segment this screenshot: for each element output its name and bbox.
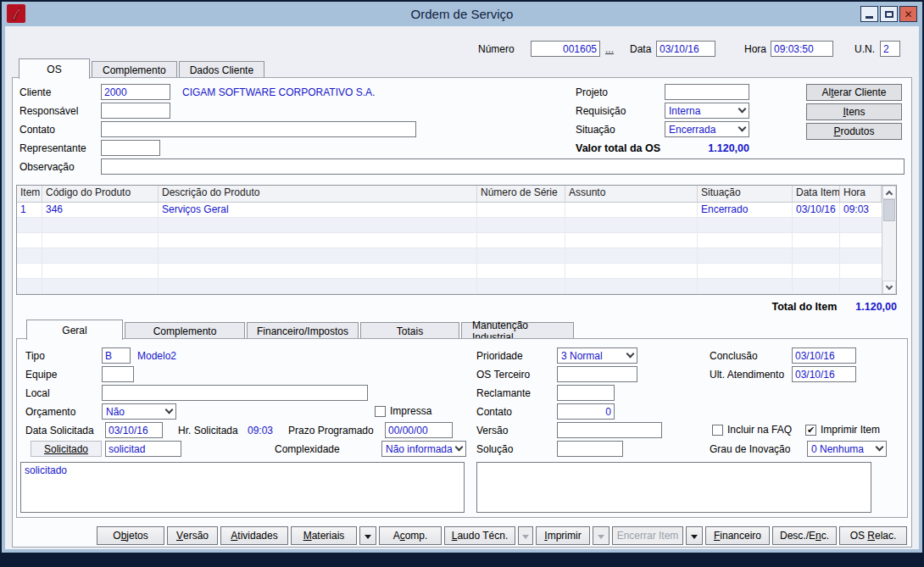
numero-input[interactable]	[531, 41, 600, 57]
os-terceiro-input[interactable]	[557, 366, 637, 382]
projeto-input[interactable]	[665, 84, 749, 100]
complexidade-select[interactable]: Não informada	[381, 441, 466, 457]
grau-inovacao-select[interactable]: 0 Nenhuma	[807, 441, 887, 457]
grid-header[interactable]: Assunto	[565, 186, 698, 202]
laudo-tecn-button[interactable]: Laudo Técn.	[444, 526, 515, 545]
table-row[interactable]	[17, 264, 882, 279]
produtos-button[interactable]: Produtos	[806, 123, 902, 140]
local-input[interactable]	[102, 385, 368, 401]
scroll-up-button[interactable]	[882, 186, 896, 199]
window-title: Ordem de Serviço	[2, 7, 922, 21]
chevron-down-icon	[876, 443, 884, 452]
numero-lookup-button[interactable]: ...	[605, 43, 614, 55]
itens-button[interactable]: Itens	[806, 103, 902, 120]
tab-dados-cliente[interactable]: Dados Cliente	[179, 61, 264, 78]
tab-manutencao-industrial[interactable]: Manutenção Industrial	[461, 322, 574, 339]
acomp-button[interactable]: Acomp.	[379, 526, 442, 545]
materiais-button[interactable]: Materiais	[291, 526, 357, 545]
hr-solicitada-label: Hr. Solicitada	[178, 425, 238, 436]
situacao-label: Situação	[576, 124, 615, 136]
encerrar-dropdown-button[interactable]	[686, 526, 703, 545]
tab-os[interactable]: OS	[19, 58, 90, 79]
versao-label: Versão	[476, 425, 508, 436]
footer-button-bar: Objetos Versão Atividades Materiais Acom…	[97, 526, 907, 545]
data-solicitada-input[interactable]	[105, 422, 163, 438]
os-tabstrip: OS Complemento Dados Cliente	[19, 58, 266, 78]
valor-total-value: 1.120,00	[665, 142, 749, 154]
table-row[interactable]	[17, 248, 882, 264]
solicitado-button[interactable]: Solicitado	[31, 441, 102, 457]
table-row[interactable]	[17, 279, 882, 294]
incluir-na-faq-checkbox[interactable]: Incluir na FAQ	[712, 424, 792, 436]
tab-complemento-detalhe[interactable]: Complemento	[125, 322, 245, 339]
versao-button[interactable]: Versão	[167, 526, 218, 545]
impressa-checkbox[interactable]: Impressa	[375, 405, 431, 417]
versao-input[interactable]	[557, 422, 662, 438]
maximize-button[interactable]	[880, 6, 898, 22]
complexidade-label: Complexidade	[275, 443, 340, 455]
close-button[interactable]: ✕	[899, 6, 917, 22]
desc-enc-button[interactable]: Desc./Enc.	[772, 526, 837, 545]
solucao-input[interactable]	[557, 441, 623, 457]
tab-complemento[interactable]: Complemento	[92, 61, 177, 78]
contato-geral-input[interactable]	[557, 403, 615, 420]
data-input[interactable]	[656, 41, 715, 57]
window-controls: ✕	[860, 6, 917, 22]
prioridade-label: Prioridade	[476, 350, 523, 362]
contato-input[interactable]	[101, 121, 416, 137]
prazo-programado-input[interactable]	[385, 422, 453, 438]
imprimir-button[interactable]: Imprimir	[536, 526, 590, 545]
grid-header[interactable]: Descrição do Produto	[159, 186, 477, 202]
grid-header[interactable]: Número de Série	[477, 186, 565, 202]
total-item-label: Total do Item	[771, 301, 837, 313]
hr-solicitada-value: 09:03	[248, 425, 273, 436]
requisicao-select[interactable]: Interna	[665, 103, 749, 119]
observacao-input[interactable]	[101, 158, 905, 175]
checkbox-icon	[375, 406, 386, 417]
reclamante-input[interactable]	[557, 385, 615, 401]
scrollbar-thumb[interactable]	[883, 199, 895, 221]
cliente-input[interactable]	[101, 84, 170, 100]
responsavel-input[interactable]	[101, 103, 170, 119]
materiais-dropdown-button[interactable]	[359, 526, 376, 545]
table-row[interactable]	[17, 233, 882, 248]
financeiro-button[interactable]: Financeiro	[705, 526, 770, 545]
tab-geral[interactable]: Geral	[26, 320, 123, 340]
tab-financeiro-impostos[interactable]: Financeiro/Impostos	[247, 322, 359, 339]
table-row[interactable]	[17, 218, 882, 233]
imprimir-item-checkbox[interactable]: ✔Imprimir Item	[805, 424, 880, 436]
grid-header[interactable]: Item	[17, 186, 42, 202]
grid-header[interactable]: Data Item	[793, 186, 840, 202]
ult-atendimento-input[interactable]	[792, 366, 856, 382]
grid-header[interactable]: Hora	[840, 186, 882, 202]
titlebar: Ordem de Serviço ✕	[2, 2, 922, 26]
grid-header[interactable]: Situação	[698, 186, 793, 202]
objetos-button[interactable]: Objetos	[97, 526, 164, 545]
hora-input[interactable]	[771, 41, 833, 57]
scroll-down-button[interactable]	[882, 281, 896, 294]
triangle-down-icon	[598, 535, 604, 539]
grid-scrollbar[interactable]	[882, 186, 896, 294]
tipo-input[interactable]	[102, 347, 131, 364]
solucao-textarea[interactable]	[476, 462, 871, 513]
projeto-label: Projeto	[576, 86, 608, 98]
window-client-area: Número ... Data Hora U.N. OS Complemento…	[5, 26, 919, 549]
tab-totais[interactable]: Totais	[360, 322, 459, 339]
situacao-select[interactable]: Encerrada	[665, 121, 749, 137]
un-input[interactable]	[880, 41, 900, 57]
solicitado-input[interactable]	[105, 441, 181, 457]
minimize-button[interactable]	[860, 6, 878, 22]
requisicao-label: Requisição	[576, 105, 626, 117]
table-row[interactable]: 1 346 Serviços Geral Encerrado 03/10/16 …	[17, 203, 882, 218]
chevron-down-icon	[738, 124, 747, 132]
equipe-input[interactable]	[102, 366, 134, 382]
prioridade-select[interactable]: 3 Normal	[557, 347, 637, 364]
representante-input[interactable]	[101, 140, 160, 156]
grid-header[interactable]: Código do Produto	[42, 186, 159, 202]
conclusao-input[interactable]	[792, 347, 856, 364]
atividades-button[interactable]: Atividades	[220, 526, 288, 545]
alterar-cliente-button[interactable]: Alterar Cliente	[806, 84, 902, 101]
orcamento-select[interactable]: Não	[102, 403, 176, 420]
solicitado-textarea[interactable]: solicitado	[20, 462, 465, 513]
os-relac-button[interactable]: OS Relac.	[839, 526, 907, 545]
